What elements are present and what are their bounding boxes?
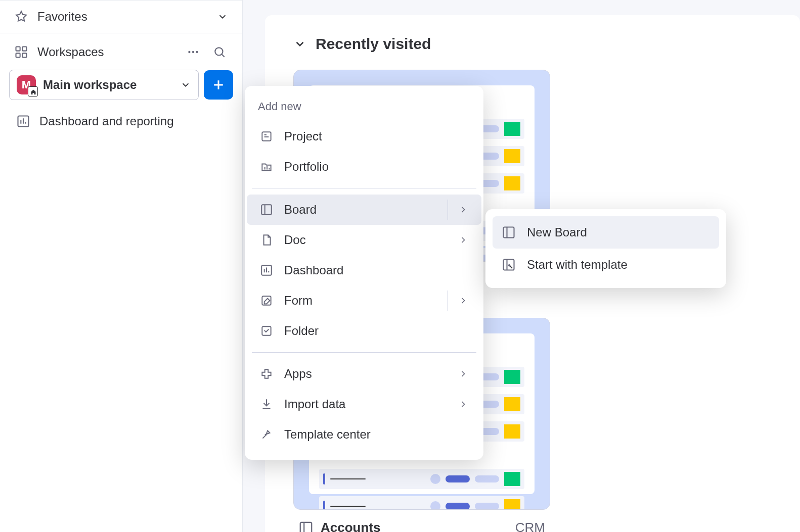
add-button[interactable]: [204, 70, 233, 100]
dropdown-item-template-center[interactable]: Template center: [247, 419, 481, 450]
import-icon: [260, 398, 273, 411]
workspaces-label: Workspaces: [37, 45, 175, 59]
chevron-right-icon: [458, 296, 468, 306]
dropdown-item-label: Board: [284, 203, 317, 217]
workspace-badge: M: [17, 75, 36, 94]
project-icon: [260, 130, 273, 143]
dropdown-item-label: Import data: [284, 397, 345, 411]
apps-icon: [260, 367, 273, 380]
board-icon: [260, 203, 273, 216]
more-icon[interactable]: [185, 43, 202, 61]
favorites-label: Favorites: [37, 10, 208, 24]
star-icon: [14, 10, 28, 24]
svg-point-5: [192, 51, 194, 53]
chevron-right-icon: [458, 235, 468, 245]
board-icon: [298, 520, 314, 533]
dropdown-item-label: Apps: [284, 367, 312, 381]
workspace-selector[interactable]: M Main workspace: [9, 70, 199, 100]
dashboard-icon: [260, 264, 273, 277]
board-icon: [502, 225, 516, 239]
submenu-item-new-board[interactable]: New Board: [493, 216, 719, 249]
svg-point-6: [196, 51, 198, 53]
submenu-item-start-template[interactable]: Start with template: [493, 249, 719, 281]
chevron-right-icon: [458, 369, 468, 379]
dropdown-item-project[interactable]: Project: [247, 121, 481, 152]
chevron-down-icon: [293, 37, 306, 51]
svg-rect-11: [262, 132, 271, 140]
sidebar-item-label: Dashboard and reporting: [39, 114, 174, 128]
dropdown-item-label: Folder: [284, 324, 319, 338]
tile-label: Accounts: [321, 520, 508, 532]
dropdown-item-apps[interactable]: Apps: [247, 359, 481, 389]
dropdown-item-board[interactable]: Board: [247, 195, 481, 225]
divider: [252, 188, 476, 188]
search-icon[interactable]: [211, 43, 228, 61]
dropdown-item-dashboard[interactable]: Dashboard: [247, 255, 481, 285]
submenu-item-label: New Board: [527, 225, 587, 239]
chevron-down-icon: [217, 11, 228, 22]
dropdown-item-doc[interactable]: Doc: [247, 225, 481, 255]
dropdown-item-label: Doc: [284, 233, 306, 247]
portfolio-icon: [260, 160, 273, 173]
chevron-down-icon: [180, 79, 191, 90]
workspaces-header: Workspaces: [0, 33, 242, 70]
svg-point-18: [509, 265, 510, 266]
svg-rect-12: [261, 205, 272, 215]
dropdown-item-form[interactable]: Form: [247, 285, 481, 316]
submenu-item-label: Start with template: [527, 258, 628, 272]
chevron-right-icon: [458, 399, 468, 409]
dropdown-item-label: Portfolio: [284, 160, 329, 174]
svg-rect-0: [16, 47, 20, 51]
section-title: Recently visited: [316, 35, 431, 53]
svg-rect-2: [16, 53, 20, 57]
svg-rect-16: [504, 227, 514, 238]
board-submenu: New Board Start with template: [485, 209, 726, 288]
favorites-section[interactable]: Favorites: [0, 0, 242, 33]
sidebar-item-dashboard-reporting[interactable]: Dashboard and reporting: [0, 107, 242, 135]
svg-rect-1: [22, 47, 26, 51]
workspaces-icon: [14, 45, 28, 59]
template-icon: [260, 428, 273, 441]
svg-point-4: [188, 51, 190, 53]
doc-icon: [260, 233, 273, 247]
workspace-name: Main workspace: [43, 78, 173, 92]
template-wand-icon: [502, 258, 516, 272]
tile-suffix: CRM: [515, 520, 545, 532]
dashboard-icon: [16, 114, 30, 128]
dropdown-item-folder[interactable]: Folder: [247, 316, 481, 346]
dropdown-header: Add new: [245, 96, 483, 121]
divider: [252, 352, 476, 353]
svg-rect-3: [22, 53, 26, 57]
form-icon: [260, 294, 273, 307]
recently-visited-header[interactable]: Recently visited: [293, 35, 772, 53]
dropdown-item-portfolio[interactable]: Portfolio: [247, 152, 481, 182]
dropdown-item-label: Dashboard: [284, 263, 343, 277]
dropdown-item-label: Form: [284, 294, 313, 308]
add-new-dropdown: Add new Project Portfolio Board Doc: [245, 86, 483, 460]
dropdown-item-import[interactable]: Import data: [247, 389, 481, 419]
dropdown-item-label: Template center: [284, 427, 371, 442]
chevron-right-icon: [458, 205, 468, 215]
svg-rect-10: [300, 522, 312, 532]
dropdown-item-label: Project: [284, 129, 322, 143]
folder-icon: [260, 324, 273, 337]
svg-point-7: [215, 47, 223, 55]
sidebar: Favorites Workspaces M Main workspace: [0, 0, 243, 532]
